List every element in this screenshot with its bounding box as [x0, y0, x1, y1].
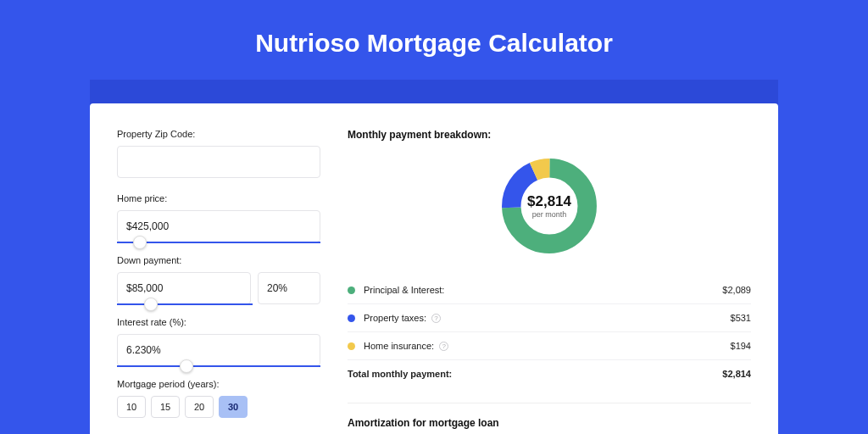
legend-label: Home insurance:?: [364, 341, 731, 351]
legend-label: Property taxes:?: [364, 313, 731, 323]
page-title: Nutrioso Mortgage Calculator: [0, 0, 868, 80]
breakdown-title: Monthly payment breakdown:: [348, 129, 751, 141]
down-payment-label: Down payment:: [117, 255, 320, 265]
legend-dot-icon: [348, 287, 355, 294]
legend-total-label: Total monthly payment:: [348, 369, 722, 379]
home-price-slider[interactable]: [117, 242, 320, 243]
term-options: 10152030: [117, 396, 320, 418]
term-field: Mortgage period (years): 10152030: [117, 379, 320, 418]
term-label: Mortgage period (years):: [117, 379, 320, 389]
info-icon[interactable]: ?: [431, 314, 441, 323]
legend-total-row: Total monthly payment:$2,814: [348, 359, 751, 387]
legend-value: $194: [731, 341, 751, 351]
interest-input[interactable]: [117, 334, 320, 366]
legend: Principal & Interest:$2,089Property taxe…: [348, 276, 751, 387]
legend-row: Principal & Interest:$2,089: [348, 276, 751, 303]
interest-slider[interactable]: [117, 365, 320, 367]
interest-label: Interest rate (%):: [117, 317, 320, 327]
zip-label: Property Zip Code:: [117, 129, 320, 139]
legend-value: $2,089: [722, 285, 751, 295]
down-payment-slider-thumb[interactable]: [144, 298, 158, 311]
interest-slider-thumb[interactable]: [180, 359, 193, 373]
legend-value: $531: [731, 313, 751, 323]
donut-chart: $2,814 per month: [499, 156, 599, 256]
donut-chart-wrap: $2,814 per month: [348, 156, 751, 256]
term-option-15[interactable]: 15: [151, 396, 180, 418]
legend-total-value: $2,814: [722, 369, 751, 379]
zip-field: Property Zip Code:: [117, 129, 320, 178]
interest-field: Interest rate (%):: [117, 317, 320, 367]
home-price-input[interactable]: [117, 210, 320, 242]
home-price-slider-thumb[interactable]: [133, 236, 147, 249]
term-option-10[interactable]: 10: [117, 396, 146, 418]
down-payment-slider[interactable]: [117, 303, 253, 305]
legend-dot-icon: [348, 342, 355, 350]
down-payment-percent-input[interactable]: [258, 272, 320, 304]
term-option-30[interactable]: 30: [219, 396, 248, 418]
breakdown-column: Monthly payment breakdown: $2,814 per mo…: [348, 129, 751, 434]
legend-row: Home insurance:?$194: [348, 331, 751, 359]
content-band: Property Zip Code: Home price: Down paym…: [90, 80, 778, 434]
donut-center: $2,814 per month: [499, 156, 599, 256]
term-option-20[interactable]: 20: [185, 396, 214, 418]
calculator-card: Property Zip Code: Home price: Down paym…: [90, 103, 778, 434]
down-payment-input[interactable]: [117, 272, 251, 304]
home-price-field: Home price:: [117, 193, 320, 243]
legend-dot-icon: [348, 314, 355, 322]
amortization-title: Amortization for mortgage loan: [348, 417, 751, 429]
inputs-column: Property Zip Code: Home price: Down paym…: [117, 129, 320, 434]
home-price-label: Home price:: [117, 193, 320, 203]
down-payment-field: Down payment:: [117, 255, 320, 305]
donut-amount: $2,814: [527, 193, 571, 210]
legend-row: Property taxes:?$531: [348, 303, 751, 331]
zip-input[interactable]: [117, 146, 320, 178]
info-icon[interactable]: ?: [439, 342, 448, 351]
amortization-section: Amortization for mortgage loan Amortizat…: [348, 403, 751, 434]
donut-sub: per month: [532, 210, 567, 219]
legend-label: Principal & Interest:: [364, 285, 722, 295]
